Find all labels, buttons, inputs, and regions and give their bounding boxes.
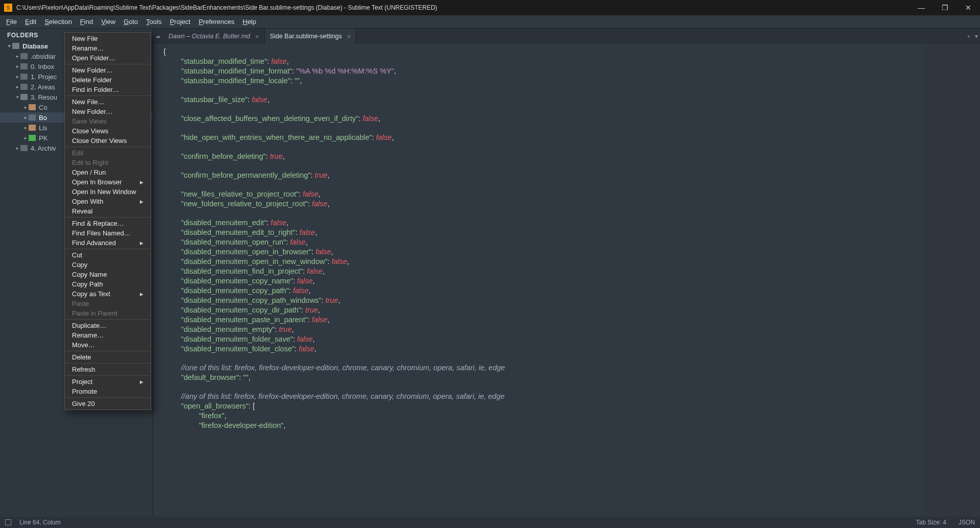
context-menu-item[interactable]: Close Other Views xyxy=(65,136,151,146)
status-syntax[interactable]: JSON xyxy=(959,519,975,526)
expander-icon[interactable]: ▸ xyxy=(14,84,20,89)
tree-label: 0. Inbox xyxy=(31,63,54,70)
context-menu-item[interactable]: Copy Name xyxy=(65,270,151,279)
tab-label: Side Bar.sublime-settings xyxy=(270,33,342,40)
context-menu-item[interactable]: Open With▶ xyxy=(65,197,151,206)
folder-icon xyxy=(20,84,28,90)
submenu-arrow-icon: ▶ xyxy=(140,180,143,185)
context-menu-item[interactable]: Close Views xyxy=(65,126,151,136)
context-menu-item[interactable]: Copy xyxy=(65,260,151,270)
tree-label: Diabase xyxy=(22,42,48,50)
expander-icon[interactable]: ▸ xyxy=(22,105,29,110)
status-tab-size[interactable]: Tab Size: 4 xyxy=(916,519,946,526)
folder-icon xyxy=(20,63,28,69)
context-menu-item[interactable]: Open In Browser▶ xyxy=(65,177,151,187)
menu-view[interactable]: View xyxy=(97,16,119,28)
tree-label: Lis xyxy=(39,124,47,132)
context-menu-label: Open With xyxy=(72,198,103,205)
context-menu-item[interactable]: Open In New Window xyxy=(65,187,151,197)
context-menu-label: Open / Run xyxy=(72,169,106,176)
context-menu-label: Edit xyxy=(72,149,83,157)
menu-edit[interactable]: Edit xyxy=(21,16,40,28)
context-menu-item[interactable]: Open Folder… xyxy=(65,53,151,63)
context-menu-item[interactable]: Move… xyxy=(65,340,151,350)
minimap[interactable] xyxy=(924,44,980,517)
context-menu-label: Open Folder… xyxy=(72,54,115,62)
context-menu-item[interactable]: New File… xyxy=(65,97,151,107)
maximize-button[interactable]: ❐ xyxy=(933,0,957,15)
minimize-button[interactable]: — xyxy=(910,0,933,15)
context-menu-item[interactable]: Find Files Named… xyxy=(65,228,151,238)
editor-content[interactable]: { "statusbar_modified_time": false, "sta… xyxy=(153,44,980,517)
expander-icon[interactable]: ▸ xyxy=(14,64,20,69)
menu-project[interactable]: Project xyxy=(166,16,194,28)
expander-icon[interactable]: ▸ xyxy=(14,146,20,151)
context-menu-label: New File xyxy=(72,35,98,42)
context-menu-item[interactable]: Find Advanced▶ xyxy=(65,238,151,248)
expander-icon[interactable]: ▸ xyxy=(22,135,29,140)
context-menu-separator xyxy=(65,375,150,376)
new-tab-button[interactable]: ＋ xyxy=(966,32,972,41)
context-menu-label: Paste xyxy=(72,300,89,307)
context-menu-label: Rename… xyxy=(72,44,104,52)
context-menu-item[interactable]: Find in Folder… xyxy=(65,85,151,94)
expander-icon[interactable]: ▸ xyxy=(14,74,20,79)
context-menu-label: New Folder… xyxy=(72,108,112,115)
menu-preferences[interactable]: Preferences xyxy=(194,16,238,28)
menu-selection[interactable]: Selection xyxy=(40,16,76,28)
context-menu-item[interactable]: Promote xyxy=(65,387,151,396)
context-menu-item[interactable]: New Folder… xyxy=(65,107,151,116)
context-menu-item[interactable]: Open / Run xyxy=(65,167,151,177)
expander-icon[interactable]: ▸ xyxy=(14,54,20,59)
context-menu-item[interactable]: Duplicate… xyxy=(65,321,151,330)
panel-switcher-icon[interactable] xyxy=(5,519,11,525)
window-title: C:\Users\Pixelon\AppData\Roaming\Sublime… xyxy=(16,4,910,11)
context-menu-label: Open In Browser xyxy=(72,178,122,186)
menu-file[interactable]: File xyxy=(2,16,21,28)
menu-goto[interactable]: Goto xyxy=(119,16,142,28)
expander-icon[interactable]: ▾ xyxy=(14,94,20,100)
context-menu-separator xyxy=(65,64,150,64)
tree-label: 3. Resou xyxy=(31,93,57,101)
tab[interactable]: Side Bar.sublime-settings× xyxy=(265,29,357,44)
tab-dropdown-button[interactable]: ▾ xyxy=(975,33,978,40)
context-menu-item[interactable]: Copy as Text▶ xyxy=(65,289,151,299)
context-menu-label: New File… xyxy=(72,98,105,106)
menu-find[interactable]: Find xyxy=(76,16,97,28)
context-menu-item[interactable]: Copy Path xyxy=(65,279,151,289)
tab[interactable]: Dawn – Octavia E. Butler.md× xyxy=(163,29,265,44)
folder-open-icon xyxy=(20,94,28,100)
folder-icon xyxy=(20,74,28,80)
context-menu-label: Cut xyxy=(72,251,82,259)
context-menu-label: Project xyxy=(72,378,92,386)
context-menu-item[interactable]: Give 20 xyxy=(65,399,151,409)
context-menu-item[interactable]: Delete xyxy=(65,352,151,362)
context-menu-item[interactable]: Refresh xyxy=(65,365,151,374)
context-menu-item: Save Views xyxy=(65,116,151,126)
context-menu-label: Refresh xyxy=(72,366,95,373)
menu-help[interactable]: Help xyxy=(238,16,260,28)
folder-icon xyxy=(20,53,28,59)
tab-close-icon[interactable]: × xyxy=(255,33,259,40)
context-menu-item[interactable]: Rename… xyxy=(65,330,151,340)
context-menu-item[interactable]: Rename… xyxy=(65,43,151,53)
context-menu-item[interactable]: Project▶ xyxy=(65,377,151,387)
tab-nav-arrows[interactable]: ◂▸ xyxy=(153,29,163,44)
context-menu-item[interactable]: New Folder… xyxy=(65,65,151,75)
context-menu-item[interactable]: Cut xyxy=(65,250,151,260)
context-menu-label: Save Views xyxy=(72,117,107,125)
close-button[interactable]: ✕ xyxy=(957,0,980,15)
expander-icon[interactable]: ▸ xyxy=(22,125,29,130)
context-menu-label: Copy xyxy=(72,261,87,269)
expander-icon[interactable]: ▸ xyxy=(22,115,29,120)
app-icon: S xyxy=(4,4,12,12)
context-menu-item[interactable]: New File xyxy=(65,34,151,43)
context-menu-item[interactable]: Delete Folder xyxy=(65,75,151,85)
expander-icon[interactable]: ▾ xyxy=(6,43,12,49)
context-menu-item[interactable]: Reveal xyxy=(65,206,151,216)
status-position[interactable]: Line 64, Colum xyxy=(19,519,61,526)
tab-close-icon[interactable]: × xyxy=(347,33,351,40)
menu-tools[interactable]: Tools xyxy=(142,16,165,28)
context-menu-label: Close Views xyxy=(72,127,108,135)
context-menu-item[interactable]: Find & Replace… xyxy=(65,219,151,228)
